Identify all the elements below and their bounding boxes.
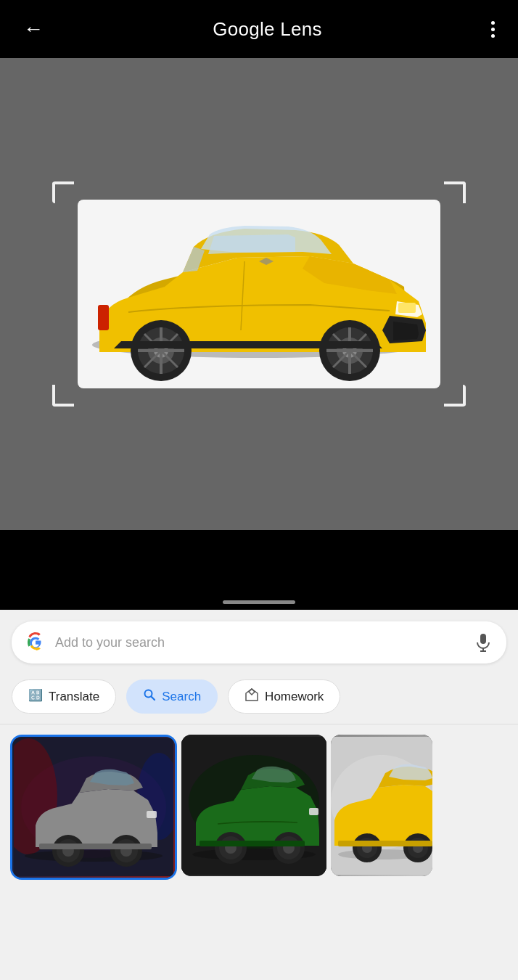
tab-search[interactable]: Search <box>126 679 218 714</box>
svg-line-27 <box>152 697 155 701</box>
microphone-svg <box>474 632 492 653</box>
camera-view <box>0 58 518 530</box>
svg-text:🔠: 🔠 <box>28 688 43 702</box>
more-dot-3 <box>491 34 495 38</box>
svg-rect-53 <box>200 841 305 846</box>
image-background <box>0 58 518 530</box>
drag-handle <box>223 600 295 604</box>
search-icon <box>143 688 156 705</box>
mic-icon[interactable] <box>473 632 493 653</box>
svg-rect-52 <box>309 808 318 815</box>
back-button[interactable]: ← <box>17 12 49 46</box>
more-dot-1 <box>491 21 495 25</box>
result-card-3[interactable] <box>331 735 432 876</box>
svg-rect-3 <box>398 303 416 313</box>
svg-rect-41 <box>147 811 157 818</box>
tab-search-label: Search <box>162 690 201 704</box>
car-image <box>49 178 469 410</box>
tab-homework[interactable]: Homework <box>228 679 340 714</box>
translate-icon: 🔠 <box>28 687 43 706</box>
car-svg <box>49 178 469 410</box>
homework-icon <box>244 687 259 706</box>
svg-rect-22 <box>480 634 486 644</box>
tab-translate-label: Translate <box>49 690 99 704</box>
result-car-svg-2 <box>181 737 326 875</box>
google-logo <box>25 632 46 653</box>
content-area: Add to your search 🔠 Translate <box>0 610 518 980</box>
tab-translate[interactable]: 🔠 Translate <box>12 679 116 714</box>
results-grid <box>0 724 518 880</box>
more-dot-2 <box>491 28 495 31</box>
car-illustration <box>49 185 469 403</box>
result-car-svg-3 <box>331 737 432 875</box>
translate-svg: 🔠 <box>28 687 43 702</box>
bottom-panel <box>0 530 518 617</box>
tabs-row: 🔠 Translate Search Homework <box>0 672 518 724</box>
svg-rect-42 <box>39 844 152 849</box>
search-placeholder-text: Add to your search <box>55 635 464 650</box>
search-bar[interactable]: Add to your search <box>12 621 506 663</box>
result-image-2 <box>181 735 326 876</box>
result-car-svg-1 <box>14 738 173 876</box>
search-svg <box>143 688 156 701</box>
result-image-1 <box>12 737 175 878</box>
svg-rect-64 <box>338 841 432 846</box>
more-options-button[interactable] <box>485 15 501 44</box>
homework-svg <box>244 687 259 702</box>
search-bar-wrapper: Add to your search <box>0 610 518 672</box>
page-title: Google Lens <box>213 18 322 41</box>
result-image-3 <box>331 735 432 876</box>
top-bar: ← Google Lens <box>0 0 518 58</box>
svg-rect-4 <box>98 305 109 330</box>
result-card-1[interactable] <box>10 735 177 880</box>
tab-homework-label: Homework <box>265 690 324 704</box>
result-card-2[interactable] <box>181 735 326 876</box>
